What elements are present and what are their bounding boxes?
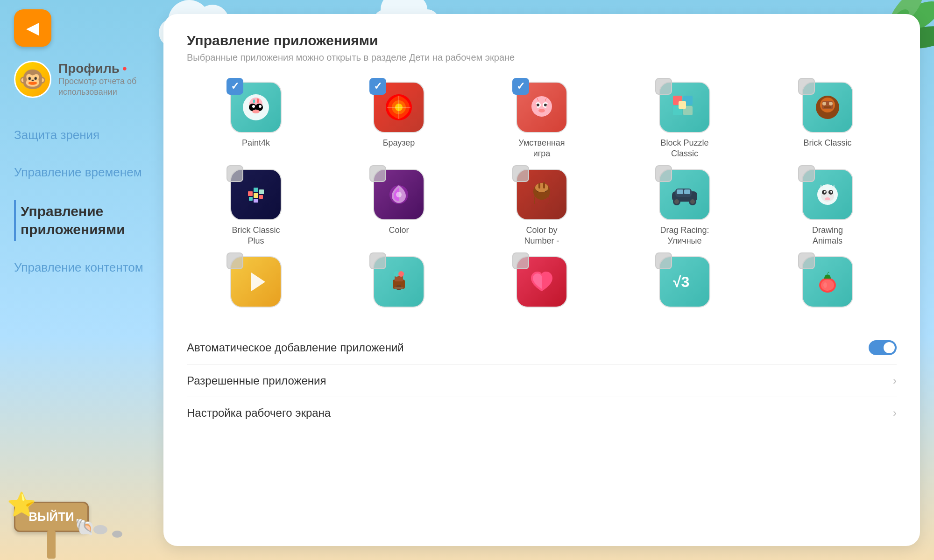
profile-info: Профиль • Просмотр отчета об использован… <box>58 61 142 98</box>
app-icon-wrapper-color-number <box>516 169 567 220</box>
app-item-row3-1[interactable] <box>187 256 325 312</box>
app-item-drag-racing[interactable]: Drag Racing: Уличные <box>616 169 754 247</box>
svg-rect-38 <box>259 189 264 194</box>
svg-rect-28 <box>679 101 686 109</box>
app-name-drawing-animals: Drawing Animals <box>800 225 856 247</box>
checkbox-brick-classic[interactable] <box>798 78 815 95</box>
checkbox-color-number[interactable] <box>512 165 529 182</box>
sidebar: 🐵 Профиль • Просмотр отчета об использов… <box>0 0 154 560</box>
app-item-row3-5[interactable] <box>758 256 897 312</box>
auto-add-label: Автоматическое добавление приложений <box>187 341 404 354</box>
profile-name-row: Профиль • <box>58 61 142 76</box>
checkbox-row3-1[interactable] <box>226 252 243 269</box>
apps-grid: Paint4k Браузер <box>187 82 897 312</box>
app-item-browser[interactable]: Браузер <box>330 82 468 160</box>
svg-point-32 <box>822 102 826 105</box>
svg-point-22 <box>532 103 537 110</box>
app-icon-wrapper-row3-1 <box>230 256 282 308</box>
svg-point-10 <box>252 110 260 113</box>
app-item-drawing-animals[interactable]: Drawing Animals <box>758 169 897 247</box>
app-icon-wrapper-brick-plus <box>230 169 282 220</box>
checkbox-row3-4[interactable] <box>655 252 672 269</box>
svg-point-43 <box>396 192 402 197</box>
app-icon-wrapper-paint4k <box>230 82 282 133</box>
app-icon-wrapper-drag-racing <box>659 169 710 220</box>
auto-add-toggle[interactable] <box>869 340 897 355</box>
checkbox-row3-3[interactable] <box>512 252 529 269</box>
checkbox-drawing-animals[interactable] <box>798 165 815 182</box>
svg-rect-35 <box>248 191 253 196</box>
app-item-row3-3[interactable] <box>473 256 611 312</box>
checkbox-row3-2[interactable] <box>369 252 386 269</box>
desktop-settings-label: Настройка рабочего экрана <box>187 406 331 420</box>
app-item-brick-classic[interactable]: Brick Classic <box>758 82 897 160</box>
app-icon-wrapper-drawing-animals <box>802 169 853 220</box>
main-panel: Управление приложениями Выбранные прилож… <box>163 14 920 546</box>
svg-rect-36 <box>254 188 258 192</box>
app-item-row3-2[interactable] <box>330 256 468 312</box>
checkbox-paint4k[interactable] <box>226 78 243 95</box>
desktop-settings-row[interactable]: Настройка рабочего экрана › <box>187 397 897 429</box>
app-name-mental: Умственная игра <box>514 138 570 160</box>
svg-point-33 <box>829 102 833 105</box>
app-item-block-puzzle[interactable]: Block Puzzle Classic <box>616 82 754 160</box>
checkbox-block-puzzle[interactable] <box>655 78 672 95</box>
chevron-right-icon: › <box>893 374 897 387</box>
checkbox-mental[interactable] <box>512 78 529 95</box>
app-icon-wrapper-mental <box>516 82 567 133</box>
checkbox-row3-5[interactable] <box>798 252 815 269</box>
app-name-drag-racing: Drag Racing: Уличные <box>657 225 713 247</box>
svg-rect-34 <box>824 106 831 108</box>
sidebar-item-time[interactable]: Управление временем <box>14 162 142 183</box>
allowed-apps-label: Разрешенные приложения <box>187 374 326 387</box>
starfish-decoration: ⭐ <box>7 491 36 518</box>
svg-text:√3: √3 <box>673 273 689 290</box>
app-item-mental[interactable]: Умственная игра <box>473 82 611 160</box>
profile-section[interactable]: 🐵 Профиль • Просмотр отчета об использов… <box>14 61 142 98</box>
profile-dot: • <box>122 61 127 76</box>
svg-point-58 <box>690 199 695 204</box>
app-icon-wrapper-row3-3 <box>516 256 567 308</box>
app-name-color: Color <box>389 225 409 236</box>
sidebar-item-apps[interactable]: Управление приложениями <box>14 200 145 241</box>
panel-subtitle: Выбранные приложения можно открыть в раз… <box>187 52 897 63</box>
app-item-brick-plus[interactable]: Brick Classic Plus <box>187 169 325 247</box>
svg-rect-72 <box>394 287 403 289</box>
app-icon-wrapper-browser <box>373 82 425 133</box>
svg-point-56 <box>674 199 679 204</box>
app-name-paint4k: Paint4k <box>242 138 270 148</box>
svg-rect-49 <box>538 183 540 189</box>
checkbox-browser[interactable] <box>369 78 386 95</box>
sidebar-item-content[interactable]: Управление контентом <box>14 258 143 278</box>
svg-point-70 <box>398 271 404 277</box>
app-item-color[interactable]: Color <box>330 169 468 247</box>
svg-rect-41 <box>254 199 258 203</box>
svg-point-48 <box>535 183 548 192</box>
svg-rect-12 <box>257 98 259 103</box>
allowed-apps-row[interactable]: Разрешенные приложения › <box>187 365 897 397</box>
app-name-block-puzzle: Block Puzzle Classic <box>657 138 713 160</box>
svg-point-65 <box>825 197 830 200</box>
svg-marker-66 <box>251 273 265 291</box>
app-item-color-number[interactable]: Color by Number - <box>473 169 611 247</box>
app-item-row3-4[interactable]: √3 <box>616 256 754 312</box>
svg-point-23 <box>546 103 551 110</box>
sidebar-item-vision[interactable]: Защита зрения <box>14 125 99 146</box>
auto-add-row[interactable]: Автоматическое добавление приложений <box>187 331 897 365</box>
svg-rect-53 <box>677 189 683 194</box>
avatar: 🐵 <box>14 61 51 98</box>
svg-point-64 <box>830 191 832 193</box>
pebble-1 <box>93 525 107 534</box>
svg-rect-54 <box>684 189 690 194</box>
svg-rect-37 <box>254 193 258 198</box>
shell-decoration: 🐚 <box>75 518 95 537</box>
back-button[interactable] <box>14 9 51 47</box>
checkbox-drag-racing[interactable] <box>655 165 672 182</box>
checkbox-brick-plus[interactable] <box>226 165 243 182</box>
app-item-paint4k[interactable]: Paint4k <box>187 82 325 160</box>
svg-rect-39 <box>249 197 253 201</box>
app-icon-wrapper-row3-5 <box>802 256 853 308</box>
svg-rect-40 <box>259 195 263 199</box>
svg-rect-11 <box>253 99 255 103</box>
checkbox-color[interactable] <box>369 165 386 182</box>
